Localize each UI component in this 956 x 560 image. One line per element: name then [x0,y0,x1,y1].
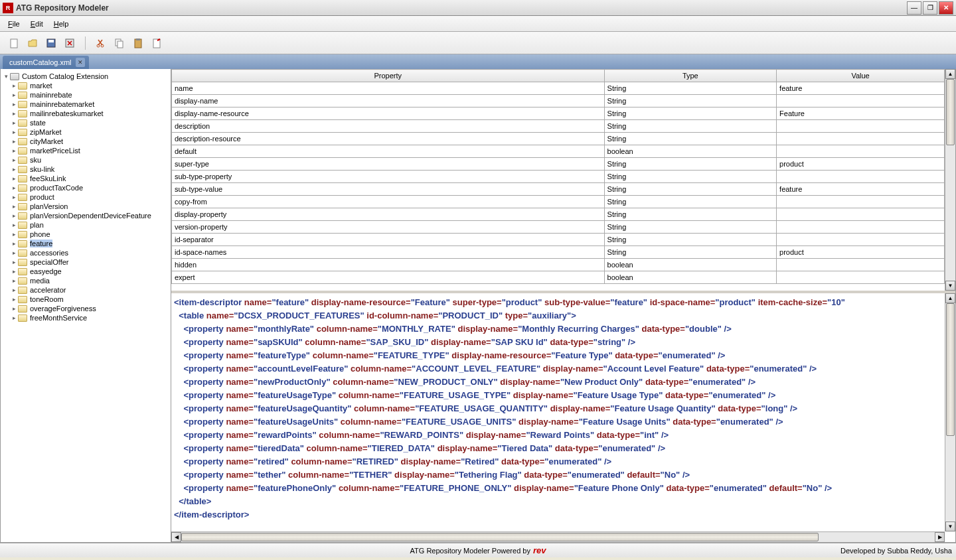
minimize-button[interactable]: — [907,1,921,15]
table-row[interactable]: defaultboolean [172,145,945,158]
table-row[interactable]: hiddenboolean [172,259,945,271]
table-row[interactable]: description-resourceString [172,133,945,145]
tree-item-freeMonthService[interactable]: ▸freeMonthService [10,313,169,322]
cell: default [172,145,605,158]
scroll-left-icon[interactable]: ◀ [171,532,181,542]
cell [777,259,945,271]
saveall-button[interactable] [62,36,77,50]
cell: feature [777,82,945,95]
tree-item-toneRoom[interactable]: ▸toneRoom [10,295,169,304]
save-button[interactable] [44,36,58,50]
tree-item-overageForgiveness[interactable]: ▸overageForgiveness [10,304,169,313]
scroll-thumb[interactable] [181,533,819,541]
tree-item-easyedge[interactable]: ▸easyedge [10,267,169,276]
table-row[interactable]: id-space-namesStringproduct [172,246,945,259]
scroll-thumb[interactable] [946,79,955,145]
svg-rect-7 [118,41,123,48]
tree-item-market[interactable]: ▸market [10,81,169,90]
tree-root[interactable]: ▾Custom Catalog Extension [2,72,169,81]
tree-item-accelerator[interactable]: ▸accelerator [10,285,169,295]
tree-item-maininrebate[interactable]: ▸maininrebate [10,90,169,100]
tree-item-feature[interactable]: ▸feature [10,239,169,248]
table-scrollbar-v[interactable]: ▲ ▼ [945,69,955,291]
tree-item-label: specialOffer [30,258,69,266]
scroll-thumb[interactable] [946,303,955,436]
copy-button[interactable] [112,36,127,50]
new-button[interactable] [7,36,21,50]
tree-item-planVersion[interactable]: ▸planVersion [10,202,169,211]
tree-item-productTaxCode[interactable]: ▸productTaxCode [10,183,169,192]
svg-rect-0 [11,39,17,48]
cell [777,221,945,234]
paste-button[interactable] [131,36,145,50]
scroll-up-icon[interactable]: ▲ [945,69,955,79]
scroll-down-icon[interactable]: ▼ [945,281,955,291]
tree-item-sku[interactable]: ▸sku [10,155,169,165]
table-row[interactable]: id-separatorString [172,234,945,246]
table-row[interactable]: display-name-resourceStringFeature [172,107,945,120]
xml-scrollbar-h[interactable]: ◀ ▶ [171,531,945,542]
status-right: Developed by Subba Reddy, Usha [840,547,952,555]
xml-viewer-wrap: <item-descriptor name="feature" display-… [171,293,955,542]
menu-help[interactable]: Help [48,19,74,29]
tree-item-label: state [30,119,46,127]
delete-button[interactable] [149,36,164,50]
tree-item-zipMarket[interactable]: ▸zipMarket [10,127,169,137]
tree-item-state[interactable]: ▸state [10,118,169,127]
tree-item-marketPriceList[interactable]: ▸marketPriceList [10,146,169,155]
tree-item-phone[interactable]: ▸phone [10,230,169,239]
tree-item-product[interactable]: ▸product [10,192,169,202]
open-button[interactable] [25,36,40,50]
tree-sidebar[interactable]: ▾Custom Catalog Extension▸market▸maininr… [0,69,171,543]
col-type[interactable]: Type [604,70,777,82]
cell: product [777,158,945,171]
tree-item-maininrebatemarket[interactable]: ▸maininrebatemarket [10,100,169,109]
cell: description-resource [172,133,605,145]
cell: boolean [604,271,777,284]
cell [777,145,945,158]
tree-item-planVersionDependentDeviceFeature[interactable]: ▸planVersionDependentDeviceFeature [10,211,169,220]
table-row[interactable]: display-nameString [172,95,945,107]
tree-item-label: planVersionDependentDeviceFeature [30,212,151,220]
table-row[interactable]: sub-type-propertyString [172,171,945,183]
tree-item-label: product [30,193,54,201]
file-tab[interactable]: customCatalog.xml ✕ [3,56,89,69]
close-button[interactable]: ✕ [939,1,953,15]
cell: sub-type-property [172,171,605,183]
table-row[interactable]: nameStringfeature [172,82,945,95]
tree-item-sku-link[interactable]: ▸sku-link [10,165,169,174]
xml-viewer[interactable]: <item-descriptor name="feature" display-… [171,293,955,531]
table-row[interactable]: sub-type-valueStringfeature [172,183,945,196]
tree-item-label: freeMonthService [30,314,87,322]
col-property[interactable]: Property [172,70,605,82]
status-center: ATG Repository Modeler Powered by [410,547,530,555]
table-row[interactable]: super-typeStringproduct [172,158,945,171]
tree-item-specialOffer[interactable]: ▸specialOffer [10,257,169,267]
table-row[interactable]: copy-fromString [172,196,945,208]
tree-item-plan[interactable]: ▸plan [10,220,169,230]
maximize-button[interactable]: ❐ [923,1,937,15]
tab-close-icon[interactable]: ✕ [76,58,85,67]
cut-button[interactable] [94,36,108,50]
scroll-right-icon[interactable]: ▶ [935,532,945,542]
xml-scrollbar-v[interactable]: ▲ ▼ [945,293,955,531]
menu-file[interactable]: File [3,19,25,29]
tree-item-accessories[interactable]: ▸accessories [10,248,169,257]
table-row[interactable]: display-propertyString [172,208,945,221]
scroll-up-icon[interactable]: ▲ [945,293,955,303]
tree-item-mailinrebateskumarket[interactable]: ▸mailinrebateskumarket [10,109,169,118]
table-row[interactable]: descriptionString [172,120,945,133]
menu-edit[interactable]: Edit [25,19,48,29]
scroll-down-icon[interactable]: ▼ [945,522,955,531]
table-row[interactable]: version-propertyString [172,221,945,234]
col-value[interactable]: Value [777,70,945,82]
tree-item-feeSkuLink[interactable]: ▸feeSkuLink [10,174,169,183]
table-row[interactable]: expertboolean [172,271,945,284]
tree-item-media[interactable]: ▸media [10,276,169,285]
tree-item-cityMarket[interactable]: ▸cityMarket [10,137,169,146]
tree-item-label: planVersion [30,202,68,210]
tree-item-label: easyedge [30,267,62,275]
main-area: ▾Custom Catalog Extension▸market▸maininr… [0,69,956,543]
tree-item-label: feature [30,240,52,247]
svg-rect-2 [48,40,54,42]
